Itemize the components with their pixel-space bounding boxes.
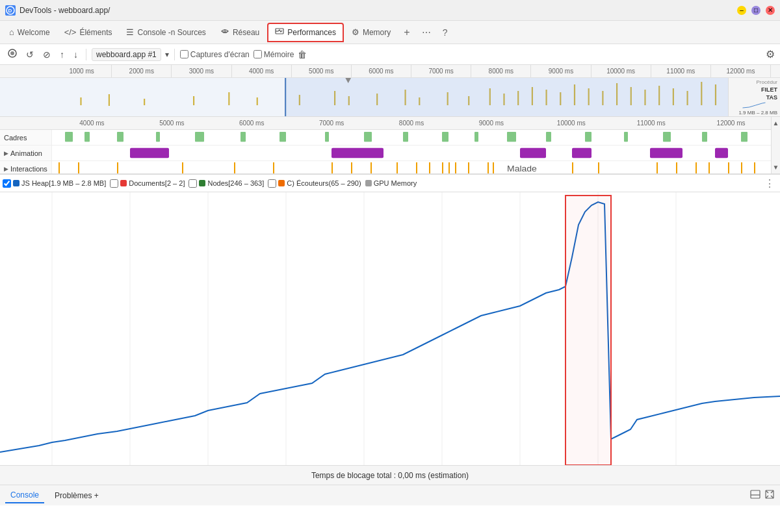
- tab-performances[interactable]: Performances: [267, 23, 344, 42]
- svg-rect-71: [650, 148, 682, 158]
- svg-rect-74: [78, 162, 79, 173]
- trash-button[interactable]: 🗑: [298, 49, 307, 60]
- tick-2000: 2000 ms: [112, 65, 172, 77]
- svg-rect-53: [240, 132, 246, 142]
- help-button[interactable]: ?: [437, 25, 453, 40]
- record-button[interactable]: [5, 47, 20, 61]
- memory-legend: JS Heap[1.9 MB – 2.8 MB] Documents[2 – 2…: [0, 174, 780, 192]
- svg-rect-10: [228, 92, 229, 105]
- tab-console[interactable]: ☰ Console -n Sources: [120, 23, 212, 42]
- jsheap-line: [0, 202, 780, 452]
- track-tick-7000: 7000 ms: [292, 120, 372, 127]
- scroll-up-button[interactable]: ▲: [772, 118, 780, 128]
- tab-reseau[interactable]: Réseau: [214, 23, 266, 42]
- svg-rect-73: [58, 162, 60, 173]
- svg-rect-51: [156, 132, 160, 142]
- download-button[interactable]: ↓: [71, 48, 81, 61]
- tick-10000: 10000 ms: [592, 65, 651, 77]
- selection-area: [285, 78, 780, 117]
- track-tick-12000: 12000 ms: [691, 120, 771, 127]
- cadres-label: Cadres: [0, 130, 52, 145]
- toolbar: ↺ ⊘ ↑ ↓ webboard.app #1 ▾ Captures d'écr…: [0, 44, 780, 65]
- track-scroll[interactable]: ▲ ▼: [771, 117, 780, 173]
- problems-tab[interactable]: Problèmes +: [49, 488, 104, 503]
- right-label-filet: FILET: [731, 86, 777, 93]
- upload-button[interactable]: ↑: [57, 48, 67, 61]
- tick-11000: 11000 ms: [651, 65, 711, 77]
- svg-rect-75: [117, 162, 118, 173]
- legend-gpumemory: GPU Memory: [365, 179, 417, 187]
- svg-rect-100: [754, 162, 755, 173]
- tab-elements[interactable]: </> Éléments: [58, 23, 119, 42]
- maximize-button[interactable]: □: [751, 6, 760, 15]
- captures-checkbox[interactable]: [180, 50, 188, 58]
- tab-welcome[interactable]: ⌂ Welcome: [3, 23, 57, 42]
- svg-rect-76: [182, 162, 183, 173]
- right-label-procedur: Procédur: [731, 79, 777, 85]
- console-tab[interactable]: Console: [5, 488, 44, 503]
- svg-rect-62: [585, 132, 592, 142]
- svg-rect-92: [572, 162, 573, 173]
- tab-memory[interactable]: ⚙ Memory: [345, 23, 397, 42]
- toolbar-separator-1: [86, 49, 86, 60]
- scroll-down-button[interactable]: ▼: [772, 162, 780, 172]
- clear-button[interactable]: ⊘: [40, 48, 53, 61]
- svg-rect-59: [474, 132, 478, 142]
- memoire-toggle[interactable]: Mémoire: [254, 50, 294, 59]
- url-dropdown[interactable]: ▾: [165, 50, 169, 59]
- animation-label: ▶ Animation: [0, 146, 52, 160]
- svg-rect-97: [708, 162, 710, 173]
- track-area: 4000 ms 5000 ms 6000 ms 7000 ms 8000 ms …: [0, 117, 780, 174]
- tick-4000: 4000 ms: [232, 65, 292, 77]
- tick-6000: 6000 ms: [352, 65, 411, 77]
- reload-button[interactable]: ↺: [23, 48, 36, 61]
- settings-button[interactable]: ⚙: [766, 48, 775, 60]
- right-value: 1.9 MB – 2.8 MB: [731, 110, 777, 116]
- ecouteurs-color: [278, 180, 285, 186]
- svg-rect-85: [442, 162, 443, 173]
- tick-9000: 9000 ms: [531, 65, 591, 77]
- svg-rect-50: [117, 132, 124, 142]
- cadres-svg: [52, 130, 771, 145]
- ecouteurs-checkbox[interactable]: [268, 179, 276, 188]
- memory-chart-svg: [0, 192, 780, 465]
- right-label-tas: TAS: [731, 94, 777, 101]
- more-tabs-button[interactable]: ⋯: [417, 25, 436, 40]
- console-bar: Console Problèmes +: [0, 485, 780, 505]
- legend-menu-button[interactable]: ⋮: [762, 177, 777, 190]
- track-tick-5000: 5000 ms: [132, 120, 212, 127]
- console-expand-button[interactable]: [764, 489, 775, 501]
- svg-rect-61: [546, 132, 551, 142]
- toolbar-separator-2: [174, 49, 175, 60]
- console-icon: ☰: [126, 27, 134, 37]
- add-tab-button[interactable]: +: [398, 24, 415, 41]
- documents-checkbox[interactable]: [110, 179, 118, 188]
- svg-rect-70: [572, 148, 592, 158]
- track-ruler: 4000 ms 5000 ms 6000 ms 7000 ms 8000 ms …: [0, 117, 771, 130]
- jsheap-checkbox[interactable]: [3, 179, 11, 188]
- gpumemory-color: [365, 180, 372, 186]
- svg-rect-84: [429, 162, 430, 173]
- title-bar: D DevTools - webboard.app/ – □ ✕: [0, 0, 780, 21]
- legend-documents: Documents[2 – 2]: [110, 179, 185, 188]
- svg-rect-55: [325, 132, 329, 142]
- tick-8000: 8000 ms: [471, 65, 531, 77]
- captures-toggle[interactable]: Captures d'écran: [180, 50, 250, 59]
- svg-rect-82: [396, 162, 398, 173]
- svg-rect-77: [234, 162, 235, 173]
- documents-color: [120, 180, 127, 186]
- svg-rect-78: [273, 162, 274, 173]
- svg-rect-83: [416, 162, 417, 173]
- reseau-icon: [220, 27, 229, 38]
- overview-content[interactable]: Procédur FILET TAS 1.9 MB – 2.8 MB: [0, 78, 780, 117]
- track-tick-6000: 6000 ms: [212, 120, 292, 127]
- svg-rect-45: [285, 78, 286, 117]
- minimize-button[interactable]: –: [737, 6, 746, 15]
- close-button[interactable]: ✕: [766, 6, 775, 15]
- window-controls[interactable]: – □ ✕: [737, 6, 775, 15]
- nodes-checkbox[interactable]: [188, 179, 197, 188]
- svg-rect-6: [80, 97, 81, 105]
- memoire-checkbox[interactable]: [254, 50, 262, 58]
- svg-rect-72: [715, 148, 728, 158]
- console-split-button[interactable]: [750, 489, 760, 501]
